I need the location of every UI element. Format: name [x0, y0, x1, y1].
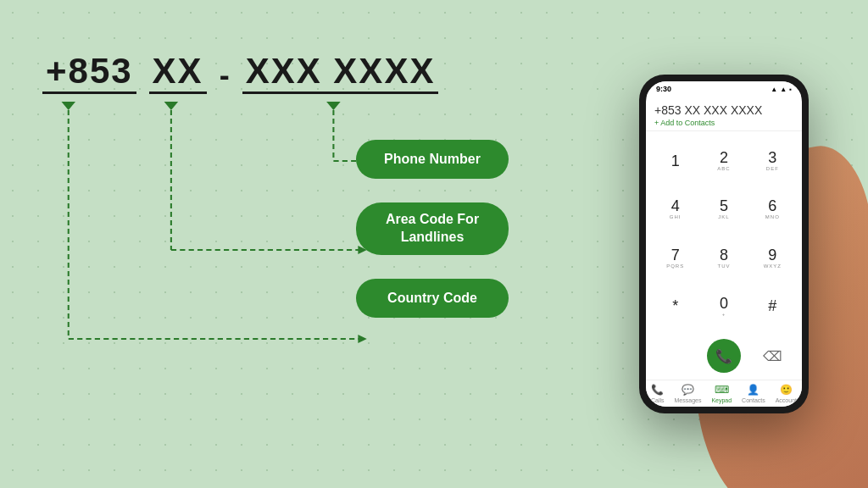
phone-section: 9:30 ▲ ▲ ▪ +853 XX XXX XXXX + Add to Con…	[597, 0, 868, 488]
key-0[interactable]: 0+	[701, 284, 746, 329]
nav-item-calls[interactable]: 📞Calls	[651, 384, 665, 403]
key-3[interactable]: 3DEF	[750, 138, 795, 183]
signal-icon: ▲	[771, 86, 777, 93]
key-*[interactable]: *	[653, 284, 698, 329]
nav-item-contacts[interactable]: 👤Contacts	[742, 384, 765, 403]
phone-mockup: 9:30 ▲ ▲ ▪ +853 XX XXX XXXX + Add to Con…	[639, 75, 809, 413]
svg-marker-0	[61, 102, 75, 110]
key-#[interactable]: #	[750, 284, 795, 329]
country-segment: +853	[42, 51, 136, 94]
key-6[interactable]: 6MNO	[750, 186, 795, 231]
number-segment: XXX XXXX	[242, 51, 439, 94]
key-9[interactable]: 9WXYZ	[750, 236, 795, 280]
nav-item-messages[interactable]: 💬Messages	[675, 384, 702, 403]
status-icons: ▲ ▲ ▪	[771, 86, 792, 93]
phone-number-text: XXX XXXX	[242, 51, 439, 94]
area-code-label: Area Code ForLandlines	[356, 202, 509, 255]
call-button[interactable]: 📞	[707, 339, 741, 373]
country-code-text: +853	[42, 51, 136, 94]
delete-button[interactable]: ⌫	[750, 348, 795, 364]
labels-container: Phone Number Area Code ForLandlines Coun…	[356, 140, 509, 318]
status-bar: 9:30 ▲ ▲ ▪	[646, 81, 802, 97]
separator: -	[220, 58, 230, 93]
nav-item-keypad[interactable]: ⌨Keypad	[711, 384, 732, 403]
phone-nav: 📞Calls💬Messages⌨Keypad👤Contacts🙂Account	[646, 380, 802, 407]
main-content: +853 XX - XXX XXXX	[0, 0, 868, 488]
nav-item-account[interactable]: 🙂Account	[776, 384, 797, 403]
wifi-icon: ▲	[780, 86, 787, 93]
phone-segments-row: +853 XX - XXX XXXX	[42, 51, 571, 94]
key-7[interactable]: 7PQRS	[653, 236, 698, 280]
dialer-keypad: 12ABC3DEF4GHI5JKL6MNO7PQRS8TUV9WXYZ*0+#	[646, 131, 802, 336]
diagram-section: +853 XX - XXX XXXX	[0, 0, 597, 488]
dialer-display: +853 XX XXX XXXX + Add to Contacts	[646, 97, 802, 131]
phone-screen: 9:30 ▲ ▲ ▪ +853 XX XXX XXXX + Add to Con…	[646, 81, 802, 407]
phone-number-label: Phone Number	[356, 140, 509, 179]
key-8[interactable]: 8TUV	[701, 236, 746, 280]
key-2[interactable]: 2ABC	[701, 138, 746, 183]
dialer-number: +853 XX XXX XXXX	[654, 103, 793, 117]
dialer-actions: 📞 ⌫	[646, 336, 802, 380]
svg-marker-2	[326, 102, 341, 110]
area-segment: XX	[149, 51, 207, 94]
country-code-label: Country Code	[356, 279, 509, 318]
status-time: 9:30	[656, 85, 671, 93]
key-5[interactable]: 5JKL	[701, 186, 746, 231]
key-1[interactable]: 1	[653, 138, 698, 183]
area-code-text: XX	[149, 51, 207, 94]
key-4[interactable]: 4GHI	[653, 186, 698, 231]
battery-icon: ▪	[789, 86, 792, 93]
add-to-contacts-link[interactable]: + Add to Contacts	[654, 119, 793, 127]
svg-marker-1	[164, 102, 179, 110]
svg-marker-11	[358, 335, 366, 343]
